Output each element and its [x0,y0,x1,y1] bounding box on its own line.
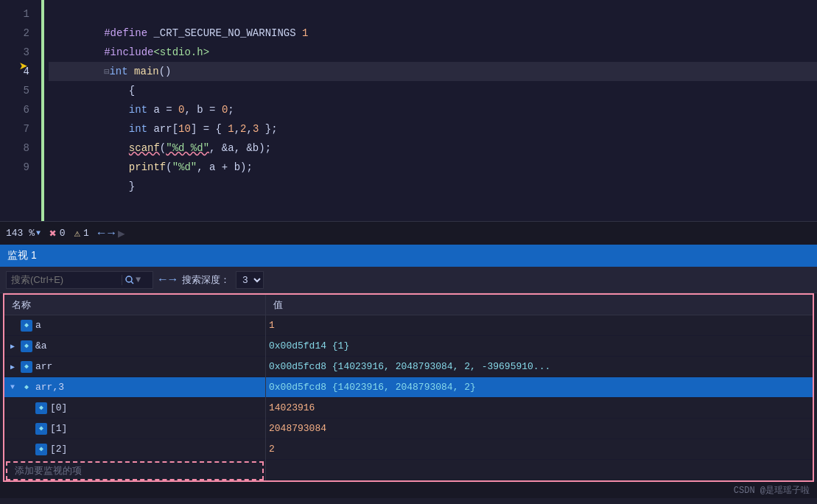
watch-val-add [266,460,813,480]
var-icon-addr-a [21,340,32,352]
line-num-1: 1 [6,4,29,24]
search-icon-btn[interactable]: ▼ [122,275,141,285]
add-watch-row[interactable]: 添加要监视的项 [6,461,264,480]
next-arrow[interactable]: → [108,227,115,240]
zoom-level: 143 % [6,228,35,239]
line-num-9: 9 [6,158,29,177]
warning-count: 1 [83,228,89,239]
watch-row-arr3[interactable]: ▼ arr,3 [4,377,265,398]
search-depth-select[interactable]: 3 1 2 4 5 [236,271,264,289]
watch-val-2: 2 [266,439,813,460]
watch-val-arr: 0x00d5fcd8 {14023916, 2048793084, 2, -39… [266,357,813,377]
status-bar: 143 % ▼ ✖ 0 ⚠ 1 ← → ▶ [0,221,817,245]
var-icon-arr [21,361,32,373]
attribution-text: CSDN @是瑶瑶子啦 [734,484,810,497]
var-icon-2 [35,444,47,455]
execution-arrow: ➤ [19,57,28,76]
search-bar: ▼ ← → 搜索深度： 3 1 2 4 5 [0,267,817,293]
zoom-control[interactable]: 143 % ▼ [6,228,41,239]
expand-2 [25,445,35,453]
watch-val-1: 2048793084 [266,419,813,439]
expand-arr3[interactable]: ▼ [10,383,21,391]
next-arrow-2[interactable]: ▶ [118,226,125,241]
watch-row-1[interactable]: [1] [4,419,265,439]
search-icon [125,276,134,284]
value-col-header: 值 [266,295,813,315]
watch-val-addr-a: 0x00d5fd14 {1} [266,336,813,357]
svg-line-1 [131,281,133,284]
search-input[interactable] [11,274,122,285]
nav-arrows: ← → ▶ [98,226,125,241]
green-bar [41,0,44,221]
error-badge[interactable]: ✖ 0 [49,226,65,241]
line-numbers: 1 2 3 4 5 6 7 8 9 [0,0,35,221]
line-num-7: 7 [6,119,29,139]
watch-row-a[interactable]: a [4,315,265,336]
search-next[interactable]: → [169,273,177,287]
zoom-dropdown-icon[interactable]: ▼ [36,229,41,237]
watch-names-column: 名称 a ▶ &a ▶ arr [4,295,266,480]
search-depth-label: 搜索深度： [182,273,230,287]
watch-panel-header: 监视 1 [0,245,817,267]
expand-addr-a[interactable]: ▶ [10,342,21,351]
line-num-5: 5 [6,81,29,100]
attribution-bar: CSDN @是瑶瑶子啦 [0,482,817,498]
line-num-6: 6 [6,100,29,119]
svg-point-0 [126,276,132,282]
watch-val-0: 14023916 [266,398,813,419]
line-num-8: 8 [6,139,29,158]
warning-badge[interactable]: ⚠ 1 [74,227,88,239]
watch-row-addr-a[interactable]: ▶ &a [4,336,265,357]
watch-val-arr3: 0x00d5fcd8 {14023916, 2048793084, 2} [266,377,813,398]
code-line-5: int a = 0, b = 0; [49,81,817,100]
error-icon: ✖ [49,226,57,241]
var-icon-0 [35,402,47,414]
editor-gutter: ➤ [35,0,49,221]
add-watch-label: 添加要监视的项 [15,464,82,477]
watch-row-arr[interactable]: ▶ arr [4,357,265,377]
code-container: 1 2 3 4 5 6 7 8 9 ➤ #def [0,0,817,221]
search-prev[interactable]: ← [159,273,166,287]
error-count: 0 [60,228,66,239]
prev-arrow[interactable]: ← [98,227,105,240]
code-line-1: #define _CRT_SECURE_NO_WARNINGS 1 [49,4,817,24]
expand-1 [25,424,35,433]
watch-values-column: 值 1 0x00d5fd14 {1} 0x00d5fcd8 {14023916,… [266,295,813,480]
search-dropdown-icon[interactable]: ▼ [136,275,141,285]
watch-content: 名称 a ▶ &a ▶ arr [3,293,814,482]
watch-panel: 监视 1 ▼ ← → 搜索深度： 3 1 2 4 5 [0,245,817,482]
search-nav: ← → [159,273,176,287]
line-num-2: 2 [6,24,29,43]
search-input-wrap[interactable]: ▼ [6,271,153,289]
var-icon-1 [35,423,47,435]
watch-val-a: 1 [266,315,813,336]
code-editor[interactable]: #define _CRT_SECURE_NO_WARNINGS 1 #inclu… [49,0,817,221]
var-icon-a [21,320,32,332]
expand-a [10,321,21,329]
expand-arr[interactable]: ▶ [10,363,21,371]
watch-row-0[interactable]: [0] [4,398,265,419]
watch-panel-title: 监视 1 [7,249,37,262]
var-icon-arr3 [21,382,32,393]
editor-area: 1 2 3 4 5 6 7 8 9 ➤ #def [0,0,817,221]
expand-0 [25,404,35,412]
name-col-header: 名称 [4,295,265,315]
watch-row-2[interactable]: [2] [4,439,265,460]
warning-icon: ⚠ [74,227,80,239]
